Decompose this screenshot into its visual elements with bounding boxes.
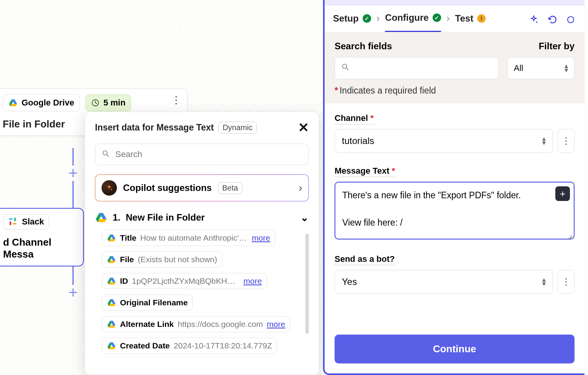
- svg-point-3: [536, 21, 537, 22]
- insert-data-popup: Insert data for Message Text Dynamic ✕ C…: [85, 112, 319, 375]
- fields-search-input[interactable]: [335, 57, 499, 79]
- action-subtitle: d Channel Messa: [3, 236, 76, 260]
- field-name: Title: [120, 233, 137, 243]
- send-as-bot-field: Send as a bot? Yes ▴▾ ⋮: [335, 254, 575, 294]
- more-link[interactable]: more: [267, 320, 285, 329]
- search-icon: [102, 149, 110, 159]
- add-step-button[interactable]: +: [65, 285, 81, 300]
- data-field-chip[interactable]: File(Exists but not shown): [102, 251, 222, 268]
- send-as-bot-options-button[interactable]: ⋮: [558, 270, 575, 294]
- reset-button[interactable]: [565, 14, 576, 25]
- chevron-right-icon: ›: [376, 12, 380, 32]
- sparkle-icon: [102, 180, 117, 196]
- resize-handle[interactable]: [567, 233, 572, 239]
- channel-label: Channel *: [335, 113, 375, 124]
- chevron-down-icon: ⌄: [300, 212, 309, 224]
- select-caret-icon: ▴▾: [542, 137, 546, 145]
- data-field-chip[interactable]: TitleHow to automate Anthropic's Claumor…: [102, 230, 275, 246]
- tab-configure[interactable]: Configure ✓: [385, 12, 441, 32]
- channel-field: Channel * tutorials ▴▾ ⋮: [335, 113, 575, 153]
- send-as-bot-label: Send as a bot?: [335, 254, 395, 265]
- channel-select[interactable]: tutorials ▴▾: [335, 129, 553, 153]
- app-chip-slack[interactable]: Slack: [3, 214, 49, 229]
- svg-point-4: [568, 17, 574, 23]
- send-as-bot-value: Yes: [342, 276, 357, 287]
- continue-button[interactable]: Continue: [335, 335, 575, 363]
- scrollbar[interactable]: [305, 234, 309, 334]
- ai-sparkle-button[interactable]: [528, 14, 539, 25]
- message-text-input[interactable]: [335, 182, 575, 239]
- field-name: Original Filename: [120, 298, 188, 307]
- data-field-chip[interactable]: ID1pQP2LjcthZYxMqBQbKH5prnYwzamore: [102, 273, 267, 289]
- field-search[interactable]: [115, 149, 302, 159]
- filter-select[interactable]: All ▴▾: [507, 57, 575, 79]
- copilot-suggestions-row[interactable]: Copilot suggestions Beta ›: [95, 174, 309, 201]
- more-link[interactable]: more: [252, 233, 270, 243]
- channel-options-button[interactable]: ⋮: [558, 129, 575, 153]
- field-value: 1pQP2LjcthZYxMqBQbKH5prnYwza: [132, 276, 240, 286]
- popup-title: Insert data for Message Text: [95, 122, 214, 133]
- field-name: Alternate Link: [120, 320, 174, 329]
- action-node-slack[interactable]: Slack d Channel Messa: [0, 208, 84, 266]
- node-menu-button[interactable]: ⋮: [171, 98, 181, 102]
- group-index: 1.: [113, 212, 120, 223]
- chevron-right-icon: ›: [446, 12, 450, 32]
- select-caret-icon: ▴▾: [542, 278, 546, 286]
- send-as-bot-select[interactable]: Yes ▴▾: [335, 270, 553, 294]
- app-chip-google-drive[interactable]: Google Drive: [3, 94, 80, 111]
- field-name: ID: [120, 276, 128, 286]
- app-label: Slack: [22, 217, 44, 227]
- data-field-chip[interactable]: Alternate Linkhttps://docs.google.commor…: [102, 316, 290, 332]
- check-icon: ✓: [363, 14, 371, 23]
- field-name: Created Date: [120, 341, 170, 350]
- beta-badge: Beta: [218, 182, 242, 194]
- app-label: Google Drive: [22, 98, 74, 108]
- slack-icon: [8, 217, 18, 227]
- more-link[interactable]: more: [243, 276, 262, 286]
- field-value: 2024-10-17T18:20:14.779Z: [174, 341, 272, 350]
- tab-setup[interactable]: Setup ✓: [333, 13, 371, 32]
- check-icon: ✓: [433, 13, 441, 22]
- message-text-field: Message Text * +: [335, 166, 575, 241]
- clock-icon: [91, 99, 100, 107]
- close-icon[interactable]: ✕: [298, 120, 309, 135]
- interval-label: 5 min: [103, 98, 125, 108]
- chevron-right-icon: ›: [299, 182, 302, 194]
- svg-line-2: [107, 155, 109, 157]
- filter-by-label: Filter by: [539, 41, 575, 52]
- configure-panel: Setup ✓ › Configure ✓ › Test ! Search fi…: [323, 0, 585, 375]
- svg-point-5: [343, 64, 347, 69]
- svg-line-6: [346, 68, 348, 70]
- interval-chip[interactable]: 5 min: [85, 94, 131, 111]
- group-name: New File in Folder: [126, 212, 205, 223]
- google-drive-icon: [8, 98, 18, 107]
- data-field-chip[interactable]: Original Filename: [102, 295, 193, 311]
- google-drive-icon: [95, 211, 107, 224]
- copilot-title: Copilot suggestions: [123, 182, 212, 193]
- search-fields-label: Search fields: [335, 41, 392, 52]
- search-icon: [341, 63, 350, 74]
- insert-data-button[interactable]: +: [555, 186, 570, 201]
- filter-value: All: [514, 63, 523, 73]
- field-name: File: [120, 255, 134, 264]
- field-list: TitleHow to automate Anthropic's Claumor…: [95, 230, 302, 354]
- dynamic-badge[interactable]: Dynamic: [218, 122, 257, 134]
- field-value: https://docs.google.com: [178, 320, 263, 329]
- undo-button[interactable]: [547, 14, 558, 25]
- message-text-label: Message Text *: [335, 166, 396, 177]
- data-field-chip[interactable]: Created Date2024-10-17T18:20:14.779Z: [102, 338, 277, 354]
- tab-test[interactable]: Test !: [455, 13, 486, 32]
- channel-value: tutorials: [342, 136, 374, 146]
- field-value: How to automate Anthropic's Clau: [140, 233, 248, 243]
- warning-icon: !: [477, 14, 486, 23]
- select-caret-icon: ▴▾: [565, 64, 568, 72]
- panel-top-strip: [325, 0, 585, 5]
- add-step-button[interactable]: +: [65, 166, 81, 181]
- field-search-input[interactable]: [95, 144, 309, 165]
- field-value: (Exists but not shown): [138, 255, 217, 264]
- svg-point-1: [103, 151, 107, 155]
- required-note: *Indicates a required field: [335, 85, 575, 96]
- data-group-header[interactable]: 1. New File in Folder ⌄: [95, 211, 309, 224]
